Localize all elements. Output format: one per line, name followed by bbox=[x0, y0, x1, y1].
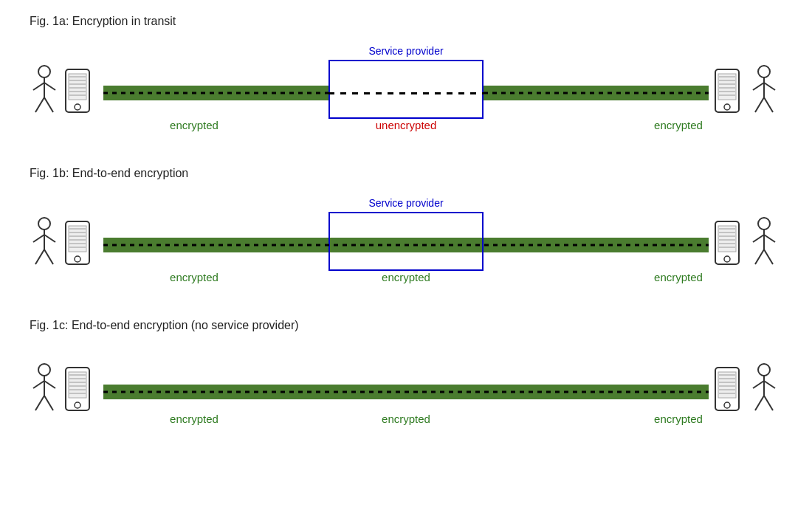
svg-line-27 bbox=[764, 83, 775, 90]
svg-line-56 bbox=[753, 235, 764, 242]
fig1a-service-provider-box: Service provider bbox=[328, 60, 484, 119]
fig1b-line-area: Service provider encrypted encrypted enc… bbox=[103, 201, 709, 289]
svg-point-8 bbox=[75, 104, 80, 110]
fig1b-dotted-line bbox=[103, 244, 709, 247]
svg-line-5 bbox=[44, 97, 53, 112]
svg-line-57 bbox=[764, 235, 775, 242]
svg-line-65 bbox=[44, 396, 53, 410]
fig1b-label-center: encrypted bbox=[382, 271, 430, 283]
svg-line-34 bbox=[35, 249, 44, 264]
svg-point-30 bbox=[38, 218, 50, 230]
svg-point-54 bbox=[758, 218, 770, 230]
svg-line-29 bbox=[764, 97, 773, 112]
fig1a-label: Fig. 1a: Encryption in transit bbox=[30, 15, 782, 28]
svg-point-17 bbox=[724, 104, 730, 110]
svg-rect-7 bbox=[69, 74, 86, 100]
fig1b-right-phone bbox=[712, 220, 749, 271]
svg-rect-67 bbox=[69, 372, 86, 398]
fig1b-label: Fig. 1b: End-to-end encryption bbox=[30, 167, 782, 180]
fig1c-section: Fig. 1c: End-to-end encryption (no servi… bbox=[30, 319, 782, 445]
fig1c-dotted-line bbox=[103, 390, 709, 393]
fig1a-line-area: Service provider encrypted unencrypted e… bbox=[103, 49, 709, 137]
fig1b-label-right: encrypted bbox=[654, 271, 703, 283]
svg-line-87 bbox=[764, 381, 775, 388]
svg-point-24 bbox=[758, 66, 770, 78]
svg-line-58 bbox=[755, 249, 764, 264]
fig1a-left-person bbox=[30, 64, 63, 123]
svg-line-86 bbox=[753, 381, 764, 388]
fig1a-label-center: unencrypted bbox=[376, 119, 437, 131]
fig1c-right-phone bbox=[712, 366, 749, 417]
fig1a-right-phone bbox=[712, 68, 749, 119]
fig1b-section: Fig. 1b: End-to-end encryption bbox=[30, 167, 782, 304]
svg-point-38 bbox=[75, 256, 80, 262]
fig1a-service-provider-label: Service provider bbox=[368, 45, 443, 57]
svg-line-3 bbox=[44, 83, 55, 90]
fig1b-left-phone bbox=[63, 220, 100, 271]
fig1a-right-person bbox=[749, 64, 782, 123]
fig1a-dotted-left bbox=[103, 92, 328, 94]
svg-point-47 bbox=[724, 256, 730, 262]
svg-rect-76 bbox=[718, 372, 736, 398]
fig1b-right-person bbox=[749, 216, 782, 275]
fig1b-left-person bbox=[30, 216, 63, 275]
fig1c-label: Fig. 1c: End-to-end encryption (no servi… bbox=[30, 319, 782, 332]
fig1a-label-left: encrypted bbox=[170, 119, 219, 131]
svg-line-28 bbox=[755, 97, 764, 112]
svg-line-88 bbox=[755, 396, 764, 410]
svg-rect-46 bbox=[718, 226, 736, 252]
svg-line-59 bbox=[764, 249, 773, 264]
svg-line-32 bbox=[33, 235, 44, 242]
svg-line-26 bbox=[753, 83, 764, 90]
svg-rect-16 bbox=[718, 74, 736, 100]
fig1c-label-center: encrypted bbox=[382, 413, 430, 425]
fig1c-label-left: encrypted bbox=[170, 413, 219, 425]
fig1c-left-phone bbox=[63, 366, 100, 417]
fig1a-section: Fig. 1a: Encryption in transit bbox=[30, 15, 782, 152]
svg-rect-37 bbox=[69, 226, 86, 252]
svg-line-63 bbox=[44, 381, 55, 388]
svg-point-68 bbox=[75, 402, 80, 408]
svg-line-2 bbox=[33, 83, 44, 90]
fig1c-label-right: encrypted bbox=[654, 413, 703, 425]
main-container: Fig. 1a: Encryption in transit bbox=[0, 0, 812, 475]
fig1b-service-provider-box: Service provider bbox=[328, 212, 484, 271]
svg-line-62 bbox=[33, 381, 44, 388]
fig1a-left-phone bbox=[63, 68, 100, 119]
fig1a-dashed-center bbox=[328, 92, 484, 94]
svg-point-60 bbox=[38, 364, 50, 376]
svg-line-35 bbox=[44, 249, 53, 264]
svg-point-0 bbox=[38, 66, 50, 78]
svg-line-33 bbox=[44, 235, 55, 242]
fig1a-label-right: encrypted bbox=[654, 119, 703, 131]
fig1c-left-person bbox=[30, 362, 63, 421]
fig1c-line-area: encrypted encrypted encrypted bbox=[103, 355, 709, 429]
svg-line-64 bbox=[35, 396, 44, 410]
fig1b-label-left: encrypted bbox=[170, 271, 219, 283]
fig1c-right-person bbox=[749, 362, 782, 421]
fig1b-service-provider-label: Service provider bbox=[368, 197, 443, 209]
svg-line-89 bbox=[764, 396, 773, 410]
svg-line-4 bbox=[35, 97, 44, 112]
svg-point-84 bbox=[758, 364, 770, 376]
svg-point-77 bbox=[724, 402, 730, 408]
fig1a-dotted-right bbox=[484, 92, 709, 94]
